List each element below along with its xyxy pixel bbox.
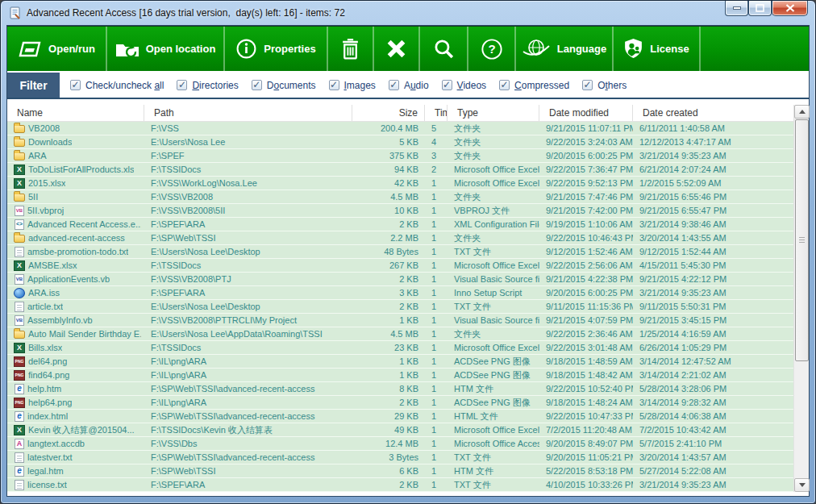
column-header-date-created[interactable]: Date created [633, 105, 795, 121]
close-button[interactable] [772, 1, 808, 16]
file-path: F:\SPEF\ARA [144, 478, 352, 491]
column-header-name[interactable]: Name [7, 105, 144, 121]
file-times: 2 [425, 163, 448, 176]
table-row[interactable]: 2015.xlsxF:\VSS\WorkLog\Nosa.Lee42 KB1Mi… [7, 177, 795, 190]
checkbox-label: Compressed [514, 80, 569, 91]
open-location-button[interactable]: Open location [107, 27, 225, 71]
filter-checkbox-images[interactable]: ✓Images [329, 80, 376, 91]
minimize-button[interactable] [725, 1, 748, 16]
file-path: F:\VSS\VB2008\5II [144, 204, 352, 217]
table-row[interactable]: ARA.issF:\SPEF\ARA3 KB1Inno Setup Script… [7, 286, 795, 300]
file-type: Microsoft Office Excel ... [448, 341, 539, 354]
file-type: HTML 文件 [448, 410, 539, 423]
table-row[interactable]: AMSBE.xlsxF:\TSSIDocs267 KB1Microsoft Of… [7, 259, 795, 273]
vbproj-icon [15, 206, 24, 216]
date-modified: 7/2/2015 11:20:48 AM [539, 423, 633, 436]
filter-checkbox-audio[interactable]: ✓Audio [389, 80, 429, 91]
scroll-up-arrow[interactable] [794, 105, 810, 119]
file-name: ARA.iss [28, 286, 60, 299]
filter-checkbox-compressed[interactable]: ✓Compressed [499, 80, 569, 91]
clear-button[interactable] [374, 27, 420, 71]
table-row[interactable]: latestver.txtF:\SP\Web\TSSI\advanced-rec… [7, 451, 795, 464]
file-size: 4.5 MB [352, 190, 425, 203]
table-row[interactable]: DownloadsE:\Users\Nosa Lee5 KB4文件夹9/22/2… [7, 135, 795, 149]
date-modified: 9/22/2015 10:52:40 PM [539, 382, 633, 395]
delete-button[interactable] [328, 27, 374, 71]
filter-checkbox-directories[interactable]: ✓Directories [177, 80, 238, 91]
date-created: 5/28/2014 4:06:38 AM [633, 410, 795, 423]
name-cell: index.html [7, 410, 144, 423]
date-modified: 9/20/2015 11:05:21 PM [539, 451, 633, 464]
table-row[interactable]: 5IIF:\VSS\VB20084.5 MB1文件夹9/21/2015 7:47… [7, 190, 795, 204]
table-row[interactable]: ToDoListForAllProducts.xlsF:\TSSIDocs94 … [7, 163, 795, 177]
language-button[interactable]: Language [516, 27, 614, 71]
name-cell: legal.htm [7, 464, 144, 477]
name-cell: find64.png [7, 369, 144, 381]
license-button[interactable]: License [614, 27, 701, 71]
table-row[interactable]: help.htmF:\SP\Web\TSSI\advanced-recent-a… [7, 382, 795, 396]
vertical-scrollbar[interactable] [793, 105, 809, 492]
table-row[interactable]: find64.pngF:\IL\png\ARA1 KB1ACDSee PNG 图… [7, 369, 795, 382]
question-icon: ? [481, 38, 503, 60]
column-header-path[interactable]: Path [144, 105, 352, 121]
date-modified: 9/18/2015 1:48:24 AM [539, 396, 633, 409]
open-run-label: Open/run [48, 43, 95, 55]
column-header-type[interactable]: Type [448, 105, 539, 121]
help-button[interactable]: ? [468, 27, 516, 71]
file-path: E:\Users\Nosa Lee\Desktop [144, 245, 352, 258]
date-modified: 9/21/2015 4:22:38 PM [539, 273, 633, 285]
table-row[interactable]: amsbe-promotion-todo.txtE:\Users\Nosa Le… [7, 245, 795, 259]
column-header-size[interactable]: Size [352, 105, 425, 121]
table-row[interactable]: legal.htmF:\SP\Web\TSSI6 KB1HTM 文件5/22/2… [7, 464, 795, 478]
table-row[interactable]: license.txtF:\SPEF\ARA2 KB1TXT 文件4/10/20… [7, 478, 795, 492]
txt-icon [15, 302, 24, 312]
file-path: F:\VSS\Dbs [144, 437, 352, 450]
table-row[interactable]: Auto Mail Sender Birthday E...E:\Users\N… [7, 327, 795, 341]
maximize-button[interactable] [748, 1, 772, 16]
table-row[interactable]: help64.pngF:\IL\png\ARA2 KB1ACDSee PNG 图… [7, 396, 795, 410]
filter-checkbox-videos[interactable]: ✓Videos [442, 80, 486, 91]
table-row[interactable]: VB2008F:\VSS200.4 MB5文件夹9/21/2015 11:07:… [7, 122, 795, 135]
file-path: E:\Users\Nosa Lee [144, 135, 352, 148]
open-run-button[interactable]: Open/run [7, 27, 107, 71]
file-name: AMSBE.xlsx [28, 259, 77, 272]
file-times: 1 [425, 300, 448, 313]
table-row[interactable]: AssemblyInfo.vbF:\VSS\VB2008\PTTRCLI\My … [7, 314, 795, 327]
table-row[interactable]: Kevin 收入结算@201504...F:\TSSIDocs\Kevin 收入… [7, 423, 795, 437]
search-button[interactable] [420, 27, 468, 71]
file-times: 1 [425, 341, 448, 354]
table-row[interactable]: Advanced Recent Access.e...F:\SPEF\ARA2 … [7, 218, 795, 231]
title-bar[interactable]: Advanced Recent Access [16 days trial ve… [1, 1, 815, 25]
date-modified: 9/21/2015 11:07:11 PM [539, 122, 633, 135]
table-row[interactable]: index.htmlF:\SP\Web\TSSI\advanced-recent… [7, 410, 795, 423]
table-row[interactable]: ARAF:\SPEF375 KB3文件夹9/20/2015 6:00:25 PM… [7, 149, 795, 163]
date-created: 1/25/2014 4:16:59 AM [633, 327, 795, 340]
filter-checkbox-documents[interactable]: ✓Documents [252, 80, 316, 91]
file-name: advanced-recent-access [28, 231, 125, 244]
table-row[interactable]: del64.pngF:\IL\png\ARA1 KB1ACDSee PNG 图像… [7, 355, 795, 369]
file-name: article.txt [27, 300, 63, 313]
table-row[interactable]: Bills.xlsxF:\TSSIDocs23 KB1Microsoft Off… [7, 341, 795, 355]
search-icon [433, 38, 455, 60]
file-name: help64.png [28, 396, 72, 409]
date-modified: 5/22/2015 8:53:18 PM [539, 464, 633, 477]
file-times: 1 [425, 437, 448, 450]
scrollbar-thumb[interactable] [795, 119, 809, 361]
file-path: F:\TSSIDocs\Kevin 收入结算表 [144, 423, 352, 436]
table-row[interactable]: ApplicationEvents.vbF:\VSS\VB2008\PTJ2 K… [7, 273, 795, 286]
table-row[interactable]: article.txtE:\Users\Nosa Lee\Desktop2 KB… [7, 300, 795, 314]
properties-button[interactable]: Properties [225, 27, 328, 71]
checkbox-icon: ✓ [252, 80, 262, 90]
table-row[interactable]: advanced-recent-accessF:\SP\Web\TSSI2.2 … [7, 231, 795, 245]
column-header-times[interactable]: Times [425, 105, 448, 121]
column-header-date-modified[interactable]: Date modified [539, 105, 633, 121]
name-cell: Auto Mail Sender Birthday E... [7, 327, 144, 340]
filter-checkbox-others[interactable]: ✓Others [582, 80, 627, 91]
scroll-down-arrow[interactable] [794, 478, 810, 492]
file-name: 5II [28, 190, 38, 203]
html-icon [15, 411, 24, 422]
date-created: 6/26/2014 1:05:29 PM [633, 341, 795, 354]
table-row[interactable]: 5II.vbprojF:\VSS\VB2008\5II10 KB1VBPROJ … [7, 204, 795, 218]
filter-checkbox-check-uncheck-all[interactable]: ✓Check/uncheck all [70, 80, 164, 91]
table-row[interactable]: langtext.accdbF:\VSS\Dbs12.4 MB1Microsof… [7, 437, 795, 451]
